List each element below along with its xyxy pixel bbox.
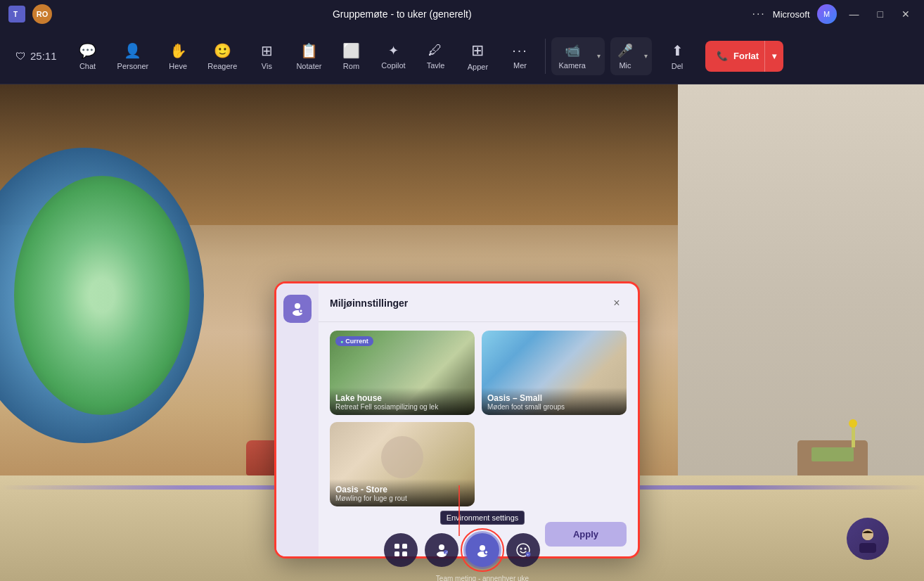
teams-icon: T: [8, 6, 25, 23]
hud-reaction-button[interactable]: +: [506, 533, 540, 567]
view-label: Vis: [262, 62, 272, 70]
scene-area: Miljøinnstillinger × Current Lake house …: [0, 84, 924, 581]
toolbar-view[interactable]: ⊞ Vis: [247, 37, 286, 76]
notes-icon: 📋: [300, 42, 318, 59]
toolbar: 🛡 25:11 💬 Chat 👤 Personer ✋ Heve 🙂 Reage…: [0, 28, 924, 84]
apps-icon: ⊞: [471, 42, 484, 60]
notes-label: Notater: [296, 62, 321, 70]
more-options-icon[interactable]: ···: [752, 8, 765, 20]
react-label: Reagere: [207, 62, 237, 70]
camera-icon: 📹: [565, 43, 580, 58]
env-apply-button[interactable]: Apply: [545, 522, 627, 547]
svg-point-2: [295, 303, 300, 309]
svg-text:+: +: [527, 552, 530, 556]
hud-center-container: Environment settings Team meting - annen…: [466, 533, 499, 567]
phone-icon: 📞: [717, 51, 728, 61]
people-icon: 👤: [124, 42, 141, 59]
toolbar-raise[interactable]: ✋ Heve: [158, 37, 198, 76]
leave-chevron[interactable]: ▾: [764, 41, 783, 72]
table-top: [811, 447, 854, 461]
minimize-button[interactable]: —: [844, 0, 865, 28]
toolbar-room[interactable]: ⬜ Rom: [331, 37, 371, 76]
landscape-scene: [14, 176, 190, 415]
toolbar-divider: [545, 39, 546, 74]
camera-label: Kamera: [558, 61, 586, 70]
empty-card-slot: [482, 422, 627, 506]
bottom-hud: ✓ Environment settings Team meting - ann…: [384, 533, 540, 567]
user-badge: RO: [32, 4, 52, 24]
env-card-oasis-small[interactable]: Oasis – Small Møden foot small groups: [482, 331, 627, 415]
oasis-large-name: Oasis - Store: [335, 485, 469, 494]
env-cards-grid: Current Lake house Retreat Fell sosiampi…: [319, 322, 638, 515]
share-icon: ⬆: [672, 42, 684, 59]
raise-label: Heve: [169, 62, 187, 70]
vase-top: [849, 419, 857, 428]
svg-text:✓: ✓: [444, 550, 449, 555]
hud-person-button[interactable]: ✓: [425, 533, 458, 567]
lakehouse-name: Lake house: [335, 393, 469, 403]
window-title: Gruppemøte - to uker (generelt): [59, 8, 745, 20]
svg-rect-7: [394, 544, 399, 549]
share-label: Del: [672, 62, 684, 70]
title-bar: T RO Gruppemøte - to uker (generelt) ···…: [0, 0, 924, 28]
right-avatar-icon: [847, 518, 889, 560]
lakehouse-desc: Retreat Fell sosiampilizing og lek: [335, 403, 469, 411]
toolbar-whiteboard[interactable]: 🖊 Tavle: [416, 37, 455, 75]
microsoft-label: Microsoft: [773, 9, 810, 20]
maximize-button[interactable]: □: [872, 0, 889, 28]
oasis-dome: [381, 436, 423, 478]
toolbar-notes[interactable]: 📋 Notater: [289, 37, 328, 76]
user-avatar[interactable]: M: [817, 4, 837, 24]
toolbar-chat[interactable]: 💬 Chat: [68, 37, 108, 76]
copilot-icon: ✦: [388, 43, 399, 58]
apps-label: Apper: [468, 63, 488, 71]
toolbar-apps[interactable]: ⊞ Apper: [458, 36, 497, 77]
title-right: ··· Microsoft M — □ ✕: [752, 0, 916, 28]
close-button[interactable]: ✕: [896, 0, 916, 28]
hud-right-avatar[interactable]: [847, 518, 889, 560]
timer-value: 25:11: [30, 50, 57, 62]
toolbar-more[interactable]: ··· Mer: [500, 37, 539, 75]
leave-button[interactable]: 📞 Forlat ▾: [705, 41, 783, 72]
env-dialog-close-button[interactable]: ×: [607, 293, 627, 313]
room-icon: ⬜: [342, 42, 360, 59]
svg-point-20: [525, 548, 527, 550]
camera-chevron[interactable]: ▾: [593, 37, 605, 75]
environment-tooltip: Environment settings: [440, 511, 525, 525]
whiteboard-icon: 🖊: [428, 42, 442, 58]
current-badge: Current: [335, 336, 373, 346]
toolbar-people[interactable]: 👤 Personer: [110, 37, 156, 76]
hud-environment-button[interactable]: [466, 533, 499, 567]
env-card-oasis-large[interactable]: Oasis - Store Møwling for luge g rout: [330, 422, 475, 506]
vase-stem: [852, 426, 855, 447]
leave-label: Forlat: [733, 51, 759, 61]
mic-chevron[interactable]: ▾: [640, 37, 652, 75]
oasis-small-name: Oasis – Small: [487, 393, 621, 403]
room-label: Rom: [343, 62, 359, 70]
raise-icon: ✋: [169, 42, 187, 59]
hud-center-label: Team meting - annenhver uke: [436, 575, 529, 581]
react-icon: 🙂: [214, 42, 231, 59]
mic-label: Mic: [619, 61, 631, 70]
env-dialog-title: Miljøinnstillinger: [330, 298, 408, 309]
chat-label: Chat: [79, 62, 96, 70]
env-card-lakehouse[interactable]: Current Lake house Retreat Fell sosiampi…: [330, 331, 475, 415]
mic-icon: 🎤: [617, 43, 633, 58]
svg-point-25: [862, 529, 873, 540]
more-label: Mer: [513, 61, 527, 70]
timer: 🛡 25:11: [7, 50, 65, 62]
env-dialog-header: Miljøinnstillinger ×: [319, 283, 638, 322]
toolbar-react[interactable]: 🙂 Reagere: [200, 37, 244, 76]
env-avatar-btn[interactable]: [283, 295, 312, 323]
oasis-small-desc: Møden foot small groups: [487, 403, 621, 411]
svg-text:T: T: [13, 11, 18, 18]
env-btn-wrapper: [466, 533, 499, 567]
toolbar-copilot[interactable]: ✦ Copilot: [373, 37, 413, 75]
more-icon: ···: [512, 42, 528, 58]
svg-rect-24: [859, 543, 876, 553]
share-button[interactable]: ⬆ Del: [657, 37, 697, 76]
camera-button[interactable]: 📹 Kamera: [551, 37, 593, 75]
mic-button[interactable]: 🎤 Mic: [610, 37, 640, 75]
env-dialog-sidebar: [276, 283, 319, 556]
hud-apps-button[interactable]: [384, 533, 418, 567]
